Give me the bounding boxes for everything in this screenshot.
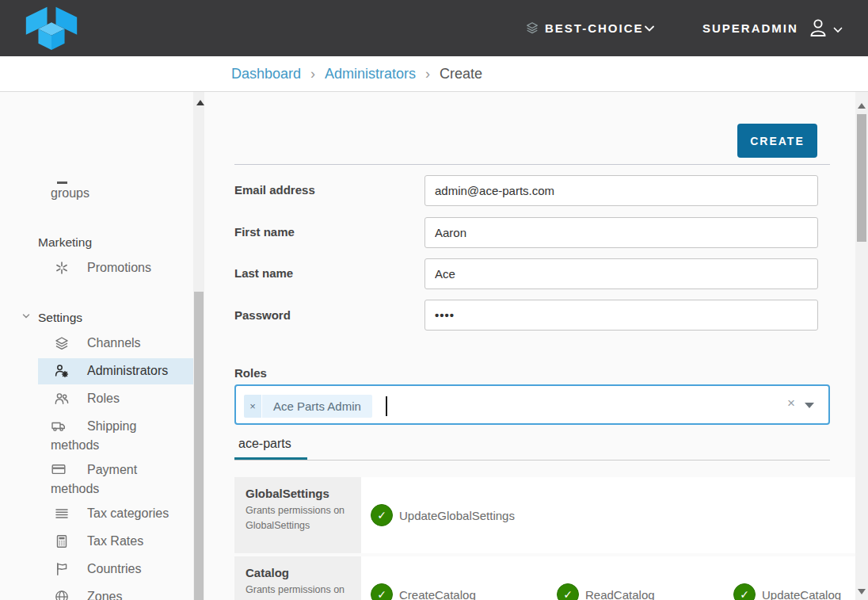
permission-toggle-createcatalog[interactable]: ✓ CreateCatalog (371, 583, 557, 600)
permission-group-description: Grants permissions on Products, Facets (246, 583, 352, 600)
permission-toggle-updateglobalsettings[interactable]: ✓ UpdateGlobalSettings (371, 504, 515, 526)
last-name-label: Last name (234, 266, 293, 280)
breadcrumb-bar: Dashboard › Administrators › Create (0, 56, 868, 92)
tab-baseline (234, 460, 830, 461)
flag-icon (54, 561, 70, 577)
sidebar-item-administrators[interactable]: Administrators (38, 357, 193, 384)
layers-icon (54, 335, 70, 351)
sidebar-item-countries[interactable]: Countries (38, 556, 193, 583)
sidebar-item-shipping-methods[interactable]: Shipping methods (38, 417, 179, 455)
user-icon[interactable] (806, 16, 830, 43)
sidebar-section-marketing: Marketing (38, 235, 92, 250)
chevron-down-icon (21, 311, 32, 325)
vendure-logo[interactable] (22, 6, 81, 54)
sidebar-section-label: Settings (38, 311, 82, 325)
sidebar-item-promotions[interactable]: Promotions (38, 254, 193, 281)
first-name-label: First name (234, 225, 295, 239)
sidebar-item-label: Promotions (87, 261, 151, 275)
breadcrumb-separator: › (425, 66, 430, 82)
sidebar-item-payment-methods[interactable]: Payment methods (38, 461, 179, 499)
scroll-down-arrow[interactable] (858, 589, 866, 594)
sidebar-item-label: Tax categories (87, 506, 169, 521)
sidebar-item-channels[interactable]: Channels (38, 330, 193, 357)
layers-icon (525, 21, 539, 38)
breadcrumb-create: Create (440, 66, 482, 82)
clipped-icon (57, 182, 67, 184)
sidebar-item-tax-rates[interactable]: Tax Rates (38, 528, 193, 555)
calculator-icon (54, 533, 70, 549)
sidebar-section-settings-toggle[interactable]: Settings (21, 311, 82, 325)
chevron-down-icon[interactable] (643, 23, 656, 37)
check-icon[interactable]: ✓ (371, 583, 393, 600)
chip-remove-icon[interactable]: × (244, 395, 261, 418)
text-cursor (386, 396, 387, 416)
list-icon (54, 506, 70, 522)
check-icon[interactable]: ✓ (733, 583, 756, 600)
sidebar-scrollbar-thumb[interactable] (194, 292, 204, 600)
username-label: SUPERADMIN (702, 21, 798, 35)
sidebar-item-label: Zones (87, 590, 122, 600)
main-scrollbar-thumb[interactable] (857, 114, 866, 242)
role-chip-label: Ace Parts Admin (262, 395, 372, 418)
sidebar-item-label: Administrators (87, 364, 168, 378)
truck-icon (51, 418, 67, 434)
permission-toggle-updatecatalog[interactable]: ✓ UpdateCatalog (733, 583, 841, 600)
caret-down-icon[interactable] (805, 403, 814, 408)
breadcrumb-dashboard[interactable]: Dashboard (231, 66, 301, 82)
sidebar-item-customer-groups-clipped[interactable]: groups (51, 186, 89, 201)
sidebar-item-tax-categories[interactable]: Tax categories (38, 500, 193, 527)
permission-cells: ✓ CreateCatalog ✓ ReadCatalog ✓ UpdateCa… (361, 556, 855, 600)
check-icon[interactable]: ✓ (557, 583, 579, 600)
last-name-field[interactable] (424, 258, 818, 289)
sidebar-item-label: Roles (87, 392, 120, 406)
breadcrumb-administrators[interactable]: Administrators (325, 66, 416, 82)
topbar: BEST-CHOICE SUPERADMIN (0, 0, 868, 56)
permission-group-name: Catalog (246, 566, 352, 579)
permission-group-name: GlobalSettings (246, 487, 352, 500)
sidebar-item-label: Channels (87, 336, 141, 350)
tab-ace-parts[interactable]: ace-parts (238, 437, 291, 451)
permission-row-catalog: Catalog Grants permissions on Products, … (234, 556, 855, 600)
sidebar-item-roles[interactable]: Roles (38, 385, 193, 412)
permission-row-globalsettings: GlobalSettings Grants permissions on Glo… (234, 477, 855, 553)
sidebar-item-label: Tax Rates (87, 534, 143, 548)
scroll-up-arrow[interactable] (196, 100, 204, 105)
breadcrumb-separator: › (310, 66, 315, 82)
chevron-down-icon[interactable] (832, 24, 843, 38)
permission-group-header: Catalog Grants permissions on Products, … (234, 556, 361, 600)
roles-select[interactable]: × Ace Parts Admin × (234, 384, 830, 425)
check-icon[interactable]: ✓ (371, 504, 393, 526)
divider (234, 164, 830, 165)
email-label: Email address (234, 183, 315, 197)
permission-group-header: GlobalSettings Grants permissions on Glo… (234, 477, 361, 553)
role-chip: × Ace Parts Admin (244, 395, 372, 418)
globe-icon (54, 589, 70, 600)
channel-switcher[interactable]: BEST-CHOICE (545, 21, 644, 35)
credit-card-icon (51, 461, 67, 477)
password-label: Password (234, 308, 291, 322)
users-icon (54, 391, 70, 407)
admin-create-page: BEST-CHOICE SUPERADMIN Dashboard › Admin… (0, 0, 868, 600)
password-field[interactable] (424, 300, 818, 331)
permission-group-description: Grants permissions on GlobalSettings (246, 503, 352, 533)
permission-toggle-readcatalog[interactable]: ✓ ReadCatalog (557, 583, 733, 600)
clear-icon[interactable]: × (787, 396, 795, 411)
create-button[interactable]: CREATE (737, 124, 817, 158)
email-field[interactable] (424, 175, 818, 206)
roles-label: Roles (234, 366, 267, 380)
first-name-field[interactable] (424, 217, 818, 248)
sidebar-item-label: Countries (87, 562, 141, 576)
sidebar-item-zones[interactable]: Zones (38, 583, 193, 600)
sidebar: groups Marketing Promotions Settings (0, 92, 204, 600)
breadcrumb: Dashboard › Administrators › Create (231, 56, 482, 92)
permission-cells: ✓ UpdateGlobalSettings (361, 477, 855, 553)
asterisk-icon (54, 260, 70, 276)
scroll-up-arrow[interactable] (858, 103, 866, 109)
user-gear-icon (54, 363, 70, 379)
